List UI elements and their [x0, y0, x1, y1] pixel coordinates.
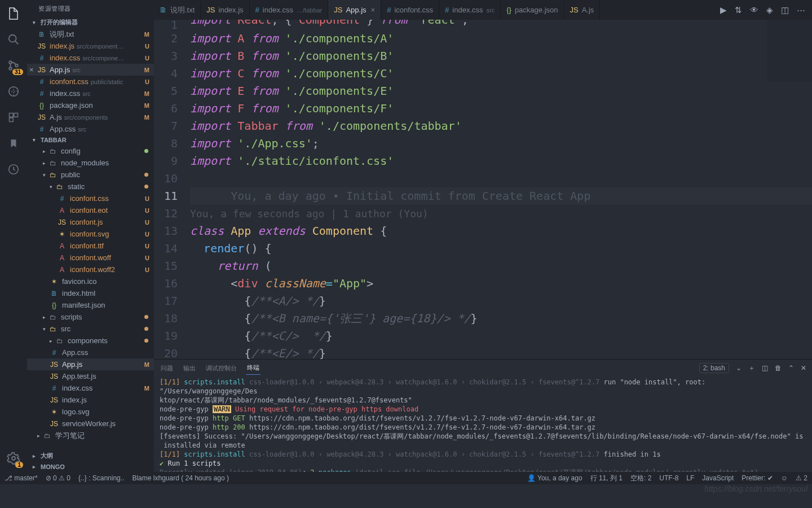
panel-tab[interactable]: 输出 [182, 362, 197, 375]
file-item[interactable]: Aiconfont.woff2U [27, 264, 154, 275]
folder-item[interactable]: ▸🗀components [27, 335, 154, 347]
open-editor-item[interactable]: JSindex.jssrc/component…U [27, 40, 154, 52]
file-item[interactable]: 🗎index.html [27, 287, 154, 299]
line-gutter: 1234567891011121314151617181920 [154, 20, 188, 359]
editor-tab[interactable]: 🗎说明.txt [154, 0, 201, 20]
file-item[interactable]: Aiconfont.eotU [27, 204, 154, 216]
maximize-icon[interactable]: ⌃ [788, 364, 794, 372]
open-editors-section[interactable]: ▾打开的编辑器 [27, 16, 154, 28]
code-editor[interactable]: 1234567891011121314151617181920 import R… [154, 20, 812, 359]
folder-item[interactable]: ▾🗀public [27, 169, 154, 181]
editor-tab[interactable]: JSindex.js [201, 0, 249, 20]
split-icon[interactable]: ◫ [781, 5, 789, 15]
svg-point-9 [12, 457, 15, 460]
debug-icon[interactable] [6, 84, 21, 99]
status-item[interactable]: Prettier: ✔ [742, 474, 773, 482]
open-editor-item[interactable]: {}package.jsonM [27, 99, 154, 111]
run-icon[interactable]: ▶ [720, 5, 727, 15]
terminal-selector[interactable]: 2: bash [699, 363, 729, 373]
open-editor-item[interactable]: 🗎说明.txtM [27, 28, 154, 40]
explorer-icon[interactable] [6, 6, 21, 21]
file-item[interactable]: ✶favicon.ico [27, 275, 154, 287]
folder-item[interactable]: ▸🗀scripts [27, 311, 154, 323]
minimap[interactable] [767, 20, 812, 82]
editor-tab[interactable]: {}package.json [501, 0, 564, 20]
file-item[interactable]: JSserviceWorker.js [27, 418, 154, 430]
folder-item[interactable]: ▾🗀static [27, 181, 154, 192]
folder-item[interactable]: ▸🗀学习笔记 [27, 430, 154, 441]
status-item[interactable]: 行 11, 列 1 [590, 474, 623, 483]
file-item[interactable]: #iconfont.cssU [27, 192, 154, 204]
status-item[interactable]: {..} : Scanning.. [78, 474, 124, 482]
terminal-output[interactable]: [1/1] scripts.install css-loader@1.0.0 ›… [154, 376, 812, 472]
open-editor-item[interactable]: JSA.jssrc/componentsM [27, 111, 154, 123]
status-item[interactable]: JavaScript [702, 474, 734, 482]
svg-rect-5 [10, 113, 14, 117]
folder-item[interactable]: ▸🗀node_modules [27, 157, 154, 169]
file-item[interactable]: JSiconfont.jsU [27, 216, 154, 228]
editor-tab[interactable]: JSA.js [564, 0, 601, 20]
open-editor-item[interactable]: #iconfont.csspublic/staticU [27, 76, 154, 87]
search-icon[interactable] [6, 32, 21, 47]
file-item[interactable]: Aiconfont.ttfU [27, 240, 154, 252]
open-editor-item[interactable]: #index.csssrcM [27, 87, 154, 99]
status-right: 👤 You, a day ago行 11, 列 1空格: 2UTF-8LFJav… [527, 474, 807, 483]
status-item[interactable]: ⊘ 0 ⚠ 0 [46, 474, 70, 482]
svg-rect-7 [10, 118, 14, 122]
open-editor-item[interactable]: ×JSApp.jssrcM [27, 64, 154, 76]
panel-tab[interactable]: 终端 [246, 361, 261, 375]
file-item[interactable]: JSApp.jsM [27, 358, 154, 370]
more-icon[interactable]: ⋯ [797, 5, 805, 15]
preview-icon[interactable]: 👁 [750, 5, 758, 15]
editor-tab[interactable]: JSApp.js× [328, 0, 381, 20]
explorer-sidebar: 资源管理器 ▾打开的编辑器 🗎说明.txtMJSindex.jssrc/comp… [27, 0, 154, 472]
trash-icon[interactable]: 🗑 [775, 364, 782, 372]
status-item[interactable]: 空格: 2 [630, 474, 651, 483]
settings-badge: 1 [15, 462, 23, 468]
folder-item[interactable]: ▸🗀config [27, 145, 154, 157]
project-section[interactable]: ▾TABBAR [27, 135, 154, 145]
file-item[interactable]: ✶iconfont.svgU [27, 228, 154, 240]
compare-icon[interactable]: ⇅ [735, 5, 742, 15]
open-editors-list: 🗎说明.txtMJSindex.jssrc/component…U#index.… [27, 28, 154, 135]
open-editor-item[interactable]: #index.csssrc/compone…U [27, 52, 154, 64]
status-item[interactable]: ⎇ master* [5, 474, 38, 482]
panel-tab[interactable]: 问题 [160, 362, 174, 375]
file-item[interactable]: JSindex.js [27, 394, 154, 406]
status-item[interactable]: ⚠ 2 [796, 474, 807, 482]
dropdown-icon[interactable]: ⌄ [736, 364, 742, 372]
bookmark-icon[interactable] [6, 135, 21, 151]
new-terminal-icon[interactable]: ＋ [748, 364, 755, 373]
editor-tab[interactable]: #iconfont.css [381, 0, 439, 20]
settings-icon[interactable]: 1 [6, 450, 21, 466]
status-item[interactable]: 👤 You, a day ago [527, 474, 582, 482]
file-item[interactable]: JSApp.test.js [27, 370, 154, 382]
folder-item[interactable]: ▾🗀src [27, 323, 154, 335]
status-item[interactable]: Blame lxhguard ( 24 hours ago ) [132, 474, 228, 482]
editor-area: 🗎说明.txtJSindex.js#index.css…/tabbarJSApp… [154, 0, 812, 472]
diff-icon[interactable]: ◈ [766, 5, 773, 15]
status-item[interactable]: LF [686, 474, 694, 482]
open-editor-item[interactable]: #App.csssrc [27, 123, 154, 135]
panel-tabs: 问题输出调试控制台终端 2: bash ⌄ ＋ ◫ 🗑 ⌃ ✕ [154, 360, 812, 376]
editor-tab[interactable]: #index.css…/tabbar [250, 0, 329, 20]
file-item[interactable]: {}manifest.json [27, 299, 154, 311]
collapsed-section[interactable]: ▸大纲 [27, 450, 154, 462]
status-item[interactable]: ☺ [781, 474, 788, 482]
editor-tab[interactable]: #index.csssrc [439, 0, 501, 20]
source-control-icon[interactable]: 31 [6, 58, 21, 73]
collapsed-section[interactable]: ▸MONGO [27, 462, 154, 472]
file-item[interactable]: Aiconfont.woffU [27, 252, 154, 264]
history-icon[interactable] [6, 161, 21, 177]
file-item[interactable]: #index.cssM [27, 382, 154, 394]
close-panel-icon[interactable]: ✕ [801, 364, 806, 372]
panel-tab[interactable]: 调试控制台 [205, 362, 238, 375]
extensions-icon[interactable] [6, 110, 21, 125]
watermark: https://blog.csdn.net/ferrysoul [704, 484, 807, 493]
file-item[interactable]: #App.css [27, 347, 154, 358]
file-item[interactable]: ✶logo.svg [27, 406, 154, 418]
collapsed-sections: ▸大纲▸MONGO [27, 450, 154, 472]
split-terminal-icon[interactable]: ◫ [762, 364, 768, 372]
status-bar: ⎇ master*⊘ 0 ⚠ 0{..} : Scanning..Blame l… [0, 472, 812, 484]
status-item[interactable]: UTF-8 [659, 474, 678, 482]
